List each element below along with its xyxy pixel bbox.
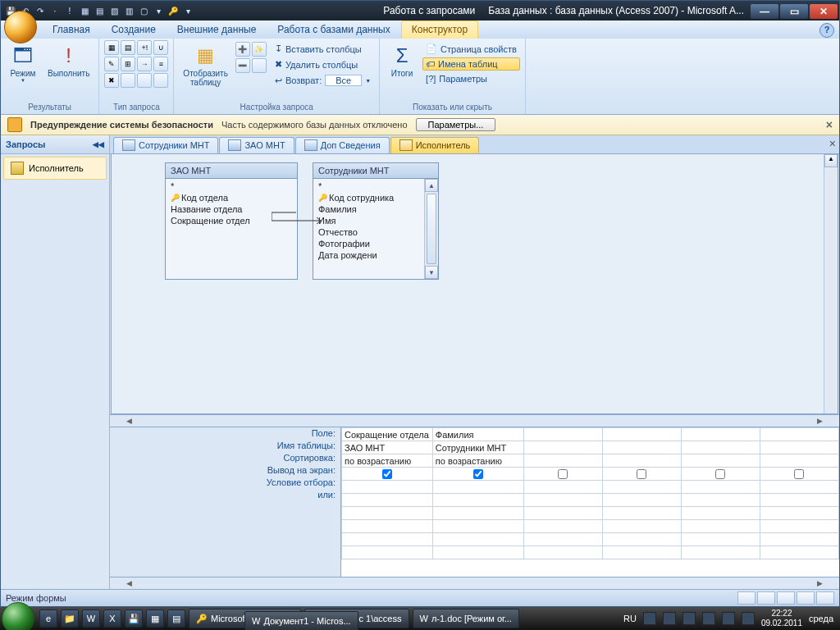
office-button[interactable] xyxy=(4,11,37,43)
doc-tab[interactable]: ЗАО МНТ xyxy=(219,137,294,153)
collapse-icon[interactable]: ◀◀ xyxy=(93,140,104,148)
scrollbar[interactable]: ▲▼ xyxy=(424,179,438,279)
qa-btn[interactable]: ▢ xyxy=(137,4,150,17)
tab-home[interactable]: Главная xyxy=(42,21,101,39)
pinned-save-icon[interactable]: 💾 xyxy=(125,609,143,628)
property-sheet-button[interactable]: 📄Страница свойств xyxy=(422,42,520,56)
scroll-left-icon[interactable]: ◀ xyxy=(126,417,132,425)
field-row[interactable]: Имя xyxy=(317,215,435,226)
show-checkbox[interactable] xyxy=(637,469,646,479)
splitter-bar[interactable]: ◀▶ xyxy=(110,414,839,427)
scroll-right-icon[interactable]: ▶ xyxy=(817,579,823,587)
field-row[interactable]: Фамилия xyxy=(317,203,435,215)
tab-dbtools[interactable]: Работа с базами данных xyxy=(267,21,400,39)
tab-create[interactable]: Создание xyxy=(101,21,167,39)
field-row[interactable]: Дата рождени xyxy=(317,249,435,261)
qa-btn[interactable]: ▧ xyxy=(107,4,121,17)
pinned-app-icon[interactable]: ▦ xyxy=(146,609,164,628)
parameters-button[interactable]: [?]Параметры xyxy=(422,72,520,85)
pinned-explorer-icon[interactable]: 📁 xyxy=(61,609,79,628)
qa-btn[interactable]: ▾ xyxy=(152,4,165,17)
pinned-ie-icon[interactable]: e xyxy=(39,609,57,628)
scroll-up-icon[interactable]: ▲ xyxy=(425,179,438,192)
nav-header[interactable]: Запросы◀◀ xyxy=(1,135,109,154)
scroll-down-icon[interactable]: ▼ xyxy=(425,266,438,279)
redo-icon[interactable]: ↷ xyxy=(34,4,47,17)
scroll-right-icon[interactable]: ▶ xyxy=(817,417,823,425)
qa-btn[interactable]: ▤ xyxy=(93,4,106,17)
scroll-left-icon[interactable]: ◀ xyxy=(126,579,132,587)
scrollbar[interactable]: ▲ xyxy=(824,154,838,413)
tab-external[interactable]: Внешние данные xyxy=(167,21,267,39)
show-checkbox[interactable] xyxy=(382,469,392,479)
append-icon[interactable]: +! xyxy=(137,40,152,55)
scroll-thumb[interactable] xyxy=(427,194,436,264)
tray-icon[interactable] xyxy=(702,612,715,625)
builder-icon[interactable]: ✨ xyxy=(252,42,267,57)
close-icon[interactable]: × xyxy=(826,118,833,131)
pinned-app-icon[interactable]: ▤ xyxy=(167,609,185,628)
table-names-button[interactable]: 🏷Имена таблиц xyxy=(422,57,520,71)
show-checkbox[interactable] xyxy=(715,469,725,479)
show-checkbox[interactable] xyxy=(558,469,568,479)
view-pivot-icon[interactable] xyxy=(757,591,775,605)
minimize-button[interactable]: — xyxy=(751,4,778,19)
view-design-icon[interactable] xyxy=(816,591,834,605)
insert-columns-button[interactable]: ↧Вставить столбцы xyxy=(272,42,374,56)
clock[interactable]: 22:2209.02.2011 xyxy=(761,609,802,628)
volume-icon[interactable] xyxy=(742,612,755,625)
help-icon[interactable]: ? xyxy=(819,23,834,38)
tab-design[interactable]: Конструктор xyxy=(401,21,478,39)
view-button[interactable]: 🗔Режим▼ xyxy=(6,40,40,85)
doc-tab[interactable]: Сотрудники МНТ xyxy=(113,137,218,153)
tray-icon[interactable] xyxy=(663,612,676,625)
insert-row-icon[interactable]: ➕ xyxy=(235,42,250,57)
grid-columns[interactable]: Сокращение отделаФамилия ЗАО МНТСотрудни… xyxy=(341,427,839,577)
qa-btn[interactable]: ▦ xyxy=(78,4,91,17)
tray-icon[interactable] xyxy=(682,612,696,625)
scroll-up-icon[interactable]: ▲ xyxy=(824,154,838,167)
delete-row-icon[interactable]: ➖ xyxy=(235,58,250,73)
start-button[interactable] xyxy=(2,602,34,630)
select-query-icon[interactable]: ▦ xyxy=(104,40,119,55)
field-row[interactable]: * xyxy=(169,180,294,192)
taskbar-item[interactable]: WДокумент1 - Micros... xyxy=(244,611,358,630)
pass-through-icon[interactable]: → xyxy=(137,57,152,71)
key-icon[interactable]: 🔑 xyxy=(167,4,180,17)
close-button[interactable]: ✕ xyxy=(810,4,838,19)
maximize-button[interactable]: ▭ xyxy=(780,4,808,19)
grid-scrollbar[interactable]: ◀▶ xyxy=(110,577,839,589)
field-row[interactable]: * xyxy=(317,180,435,192)
field-row[interactable]: 🔑Код сотрудника xyxy=(317,192,435,203)
table-box-employees[interactable]: Сотрудники МНТ * 🔑Код сотрудника Фамилия… xyxy=(313,162,439,280)
view-datasheet-icon[interactable] xyxy=(737,591,756,605)
update-icon[interactable]: ✎ xyxy=(104,57,119,71)
doc-tab-active[interactable]: Исполнитель xyxy=(390,137,480,153)
show-table-button[interactable]: ▦Отобразить таблицу xyxy=(179,40,232,89)
run-button[interactable]: !Выполнить xyxy=(43,40,94,80)
dropdown-icon[interactable]: ▼ xyxy=(365,78,371,84)
show-checkbox[interactable] xyxy=(473,469,483,479)
close-tab-icon[interactable]: × xyxy=(829,137,836,150)
view-sql-icon[interactable] xyxy=(797,591,815,605)
data-def-icon[interactable]: ≡ xyxy=(153,57,168,71)
doc-tab[interactable]: Доп Сведения xyxy=(295,137,390,153)
field-row[interactable]: 🔑Код отдела xyxy=(169,192,294,203)
field-row[interactable]: Фотографии xyxy=(317,238,435,249)
delete-columns-button[interactable]: ✖Удалить столбцы xyxy=(272,57,374,71)
language-indicator[interactable]: RU xyxy=(623,614,637,623)
qa-more-icon[interactable]: ▾ xyxy=(181,4,194,17)
totals-button[interactable]: ΣИтоги xyxy=(385,40,419,80)
union-icon[interactable]: ∪ xyxy=(153,40,168,55)
view-chart-icon[interactable] xyxy=(777,591,795,605)
return-value[interactable]: Все xyxy=(325,75,362,86)
qa-btn[interactable]: ! xyxy=(63,4,76,17)
pinned-word-icon[interactable]: W xyxy=(82,609,100,628)
field-row[interactable]: Отчество xyxy=(317,226,435,238)
taskbar-item[interactable]: Wл-1.doc [Режим ог... xyxy=(413,609,519,628)
nav-item-query[interactable]: Исполнитель xyxy=(3,157,107,180)
pinned-excel-icon[interactable]: X xyxy=(103,609,121,628)
tray-icon[interactable] xyxy=(722,612,735,625)
make-table-icon[interactable]: ▤ xyxy=(121,40,135,55)
qa-btn[interactable]: ▥ xyxy=(122,4,135,17)
